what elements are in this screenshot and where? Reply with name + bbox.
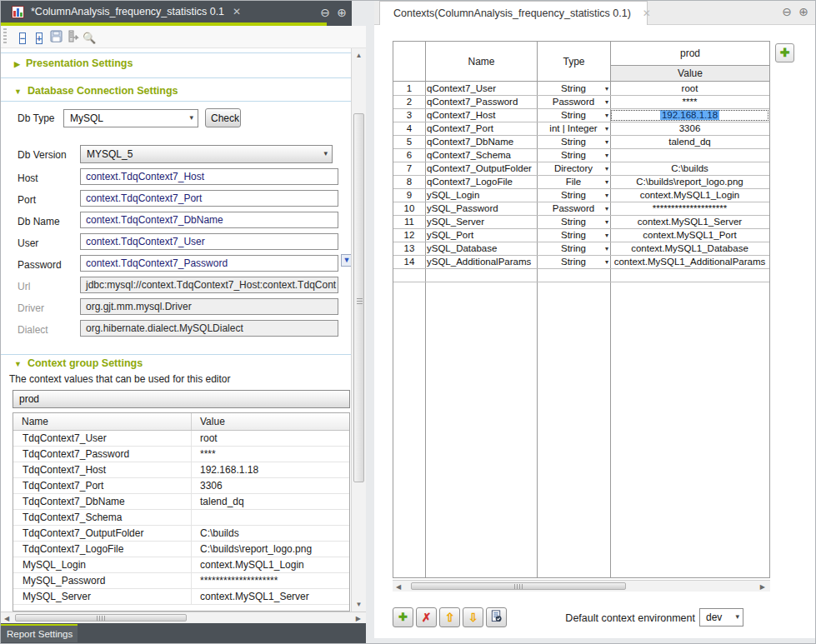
scrollbar-thumb[interactable] [15,614,187,622]
context-name-cell[interactable]: qContext7_User [425,82,537,95]
context-name-cell[interactable]: TdqContext7_Password [13,447,192,462]
tab-contexts[interactable]: Contexts(ColumnAnalysis_frequency_statis… [379,1,648,25]
context-value-cell[interactable]: context.MySQL1_AdditionalParams [610,256,769,268]
scroll-right-icon[interactable]: ▶ [760,583,765,591]
scroll-left-icon[interactable]: ◀ [396,583,401,591]
context-value-cell[interactable]: 3306 [192,478,349,493]
context-value-cell[interactable]: root [610,82,769,95]
context-name-cell[interactable]: ySQL_Port [425,229,537,242]
scroll-down-icon[interactable]: ▼ [352,601,366,608]
scroll-left-icon[interactable]: ◀ [4,615,9,622]
name-column-header[interactable]: Name [13,413,192,430]
host-input[interactable]: context.TdqContext7_Host [80,168,338,185]
context-value-cell[interactable] [192,510,349,525]
context-name-cell[interactable]: TdqContext7_Port [13,478,192,493]
minimize-icon[interactable]: ⊖ [320,6,330,19]
context-name-cell[interactable]: qContext7_Host [425,109,537,122]
context-value-cell[interactable]: 3306 [610,122,769,135]
db-type-select[interactable]: MySQL▾ [63,109,198,127]
content-assist-icon[interactable]: ▼ [341,254,351,267]
delete-context-button[interactable]: ✗ [416,607,437,627]
context-value-cell[interactable]: context.MySQL1_Database [610,242,769,255]
context-name-cell[interactable]: qContext7_LogoFile [425,176,537,188]
context-name-cell[interactable]: MySQL_Password [13,573,192,588]
move-up-button[interactable]: ⇧ [439,607,460,627]
scrollbar-thumb[interactable] [353,113,364,482]
context-value-cell[interactable]: C:\builds [610,162,769,175]
close-icon[interactable]: ✕ [233,6,241,17]
default-environment-select[interactable]: dev▾ [699,608,743,627]
context-value-cell[interactable]: root [192,431,349,446]
port-input[interactable]: context.TdqContext7_Port [80,190,338,207]
type-dropdown[interactable]: String▾ [537,256,610,268]
toolbar-drag-handle[interactable] [3,28,7,45]
context-name-cell[interactable]: qContext7_Schema [425,149,537,162]
check-button[interactable]: Check [205,108,241,127]
manage-contexts-button[interactable] [486,607,507,627]
value-column-header[interactable]: Value [611,65,769,82]
value-column-header[interactable]: Value [192,413,225,430]
type-dropdown[interactable]: String▾ [537,189,610,202]
maximize-icon[interactable]: ⊕ [337,6,347,19]
panel-sash[interactable] [366,1,374,644]
context-name-cell[interactable]: TdqContext7_DbName [13,494,192,509]
context-name-cell[interactable]: TdqContext7_LogoFile [13,542,192,557]
context-name-cell[interactable]: TdqContext7_User [13,431,192,446]
tab-column-analysis[interactable]: *ColumnAnalysis_frequency_statistics 0.1… [1,1,241,22]
context-name-cell[interactable]: ySQL_AdditionalParams [425,256,537,268]
context-name-cell[interactable]: MySQL_Login [13,557,192,572]
type-dropdown[interactable]: Password▾ [537,96,610,108]
scrollbar-thumb[interactable] [411,582,626,590]
move-down-button[interactable]: ⇩ [463,607,483,627]
db-name-input[interactable]: context.TdqContext7_DbName [80,212,338,228]
type-dropdown[interactable]: int | Integer▾ [537,122,610,135]
context-name-cell[interactable]: qContext7_Port [425,122,537,135]
password-input[interactable]: context.TdqContext7_Password [80,255,338,272]
collapse-all-icon[interactable]: − [16,30,29,43]
type-dropdown[interactable]: Password▾ [537,202,610,215]
context-value-cell[interactable]: talend_dq [192,494,349,509]
db-version-select[interactable]: MYSQL_5▾ [80,145,333,163]
user-input[interactable]: context.TdqContext7_User [80,233,338,250]
section-context-group-settings[interactable]: ▼Context group Settings [14,357,143,369]
context-value-cell[interactable]: C:\builds\report_logo.png [192,542,349,557]
context-value-cell[interactable]: talend_dq [610,136,769,148]
context-name-cell[interactable]: ySQL_Server [425,216,537,228]
context-name-cell[interactable]: qContext7_OutputFolder [425,162,537,175]
context-name-cell[interactable]: TdqContext7_OutputFolder [13,526,192,541]
context-name-cell[interactable]: TdqContext7_Schema [13,510,192,525]
add-environment-button[interactable]: ✚ [775,43,794,62]
type-dropdown[interactable]: String▾ [537,82,610,95]
type-dropdown[interactable]: Directory▾ [537,162,610,175]
context-value-cell[interactable]: 192.168.1.18 [610,109,769,122]
type-dropdown[interactable]: String▾ [537,136,610,148]
context-value-cell[interactable]: 192.168.1.18 [192,462,349,477]
context-value-cell[interactable]: C:\builds\report_logo.png [610,176,769,188]
type-dropdown[interactable]: String▾ [537,216,610,228]
name-column-header[interactable]: Name [426,42,537,82]
type-dropdown[interactable]: String▾ [537,109,610,122]
context-value-cell[interactable]: C:\builds [192,526,349,541]
expand-all-icon[interactable]: + [33,30,46,43]
vertical-scrollbar[interactable]: ▲ ▼ [351,48,366,612]
type-dropdown[interactable]: File▾ [537,176,610,188]
context-value-cell[interactable]: ******************** [192,573,349,588]
context-value-cell[interactable] [610,149,769,162]
context-value-cell[interactable]: ******************** [610,202,769,215]
tab-report-settings[interactable]: Report Settings [1,624,78,642]
type-column-header[interactable]: Type [538,42,610,82]
type-dropdown[interactable]: String▾ [537,229,610,242]
section-presentation-settings[interactable]: ▶Presentation Settings [14,57,133,69]
section-database-connection-settings[interactable]: ▼Database Connection Settings [14,85,178,97]
save-icon[interactable] [49,30,63,43]
context-value-cell[interactable]: context.MySQL1_Login [192,557,349,572]
search-icon[interactable]: 🔍 [83,30,96,43]
type-dropdown[interactable]: String▾ [537,242,610,255]
horizontal-scrollbar[interactable]: ◀ ▶ [1,612,366,623]
type-dropdown[interactable]: String▾ [537,149,610,162]
context-name-cell[interactable]: ySQL_Password [425,202,537,215]
environment-column-header[interactable]: prod [611,42,769,65]
context-value-cell[interactable]: context.MySQL1_Server [192,589,349,604]
context-name-cell[interactable]: ySQL_Database [425,242,537,255]
context-name-cell[interactable]: ySQL_Login [425,189,537,202]
